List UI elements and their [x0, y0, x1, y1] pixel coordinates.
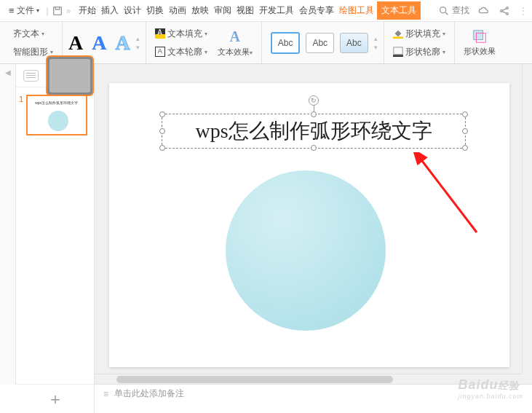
- shape-style-2[interactable]: Abc: [306, 33, 334, 53]
- tab-start[interactable]: 开始: [76, 1, 98, 20]
- tab-review[interactable]: 审阅: [212, 1, 234, 20]
- svg-line-10: [420, 158, 477, 232]
- file-menu[interactable]: ≡ 文件 ▾: [4, 3, 44, 18]
- shape-gallery-up-icon[interactable]: ▴: [374, 35, 378, 42]
- slide-thumbnail-1[interactable]: wps怎么制作弧形环绕文字: [26, 95, 87, 135]
- wordart-gallery-down-icon[interactable]: ▾: [136, 44, 140, 51]
- svg-rect-8: [474, 31, 483, 40]
- vertical-scrollbar[interactable]: [522, 64, 532, 374]
- shape-effects-icon: [472, 28, 488, 44]
- shape-fill-button[interactable]: 形状填充▾: [390, 26, 448, 42]
- resize-handle-se[interactable]: [462, 145, 468, 151]
- shape-style-3[interactable]: Abc: [340, 33, 368, 53]
- rotate-handle[interactable]: ↻: [309, 95, 319, 106]
- shape-fill-icon: [393, 28, 403, 39]
- resize-handle-s[interactable]: [311, 145, 317, 151]
- tab-insert[interactable]: 插入: [99, 1, 121, 20]
- add-slide-button[interactable]: ＋: [16, 384, 95, 413]
- shape-outline-icon: [393, 47, 403, 57]
- tab-animation[interactable]: 动画: [167, 1, 188, 20]
- tab-slideshow[interactable]: 放映: [189, 1, 211, 20]
- svg-point-2: [501, 9, 503, 12]
- svg-rect-0: [53, 7, 61, 15]
- ribbon-group-text-style: A 文本填充▾ A 文本轮廓▾ A 文本效果▾: [146, 22, 262, 63]
- text-effects-button[interactable]: A 文本效果▾: [215, 28, 255, 58]
- menubar: ≡ 文件 ▾ | » 开始 插入 设计 切换 动画 放映 审阅 视图 开发工具 …: [0, 0, 532, 22]
- svg-rect-5: [393, 36, 403, 39]
- tab-transition[interactable]: 切换: [144, 1, 166, 20]
- textbox-content: wps怎么制作弧形环绕文字: [195, 117, 432, 145]
- ribbon-group-shape-styles: Abc Abc Abc ▴ ▾: [262, 22, 384, 63]
- tab-member[interactable]: 会员专享: [297, 1, 336, 20]
- resize-handle-n[interactable]: [311, 111, 317, 117]
- text-box-selected[interactable]: ↻ wps怎么制作弧形环绕文字: [162, 114, 466, 149]
- horizontal-scrollbar-thumb[interactable]: [116, 376, 393, 383]
- search-box[interactable]: 查找: [438, 4, 469, 17]
- resize-handle-nw[interactable]: [159, 111, 165, 117]
- resize-handle-sw[interactable]: [159, 145, 165, 151]
- share-icon[interactable]: [499, 5, 510, 17]
- slides-panel: 1 wps怎么制作弧形环绕文字: [16, 64, 95, 385]
- resize-handle-w[interactable]: [159, 128, 165, 134]
- search-icon: [438, 5, 450, 17]
- tab-text-tools[interactable]: 文本工具: [377, 1, 421, 20]
- thumbnail-view-button[interactable]: [46, 55, 95, 96]
- file-menu-label: 文件: [17, 4, 34, 17]
- left-arrow-icon[interactable]: ◀: [5, 68, 11, 76]
- svg-rect-6: [394, 47, 402, 55]
- align-text-button[interactable]: 齐文本▾: [10, 26, 56, 42]
- outline-view-button[interactable]: [23, 70, 39, 82]
- horizontal-scrollbar[interactable]: [95, 374, 522, 384]
- shape-style-1[interactable]: Abc: [271, 32, 301, 54]
- search-label: 查找: [452, 4, 469, 17]
- slide-canvas[interactable]: ↻ wps怎么制作弧形环绕文字: [109, 83, 509, 367]
- resize-handle-e[interactable]: [462, 128, 468, 134]
- wordart-preset-2[interactable]: A: [92, 31, 106, 55]
- slide-number: 1: [19, 95, 23, 135]
- notes-placeholder: 单击此处添加备注: [114, 388, 184, 400]
- text-outline-icon: A: [155, 47, 165, 57]
- cloud-icon[interactable]: [478, 5, 490, 17]
- text-effects-icon: A: [229, 28, 239, 45]
- tab-drawing-tools[interactable]: 绘图工具: [337, 1, 376, 20]
- wordart-gallery-up-icon[interactable]: ▴: [136, 35, 140, 42]
- svg-point-1: [440, 7, 446, 12]
- annotation-arrow: [411, 152, 484, 240]
- wordart-preset-3[interactable]: A: [115, 31, 130, 55]
- text-outline-button[interactable]: A 文本轮廓▾: [152, 44, 210, 60]
- resize-handle-ne[interactable]: [462, 111, 468, 117]
- ribbon-tabs: 开始 插入 设计 切换 动画 放映 审阅 视图 开发工具 会员专享 绘图工具 文…: [76, 1, 421, 20]
- thumbnail-text: wps怎么制作弧形环绕文字: [35, 101, 79, 106]
- shape-outline-button[interactable]: 形状轮廓▾: [390, 44, 448, 60]
- notes-bar[interactable]: ≡ 单击此处添加备注: [95, 384, 532, 403]
- circle-shape[interactable]: [226, 170, 386, 331]
- tab-view[interactable]: 视图: [234, 1, 256, 20]
- text-fill-button[interactable]: A 文本填充▾: [152, 26, 210, 42]
- svg-point-3: [507, 7, 509, 9]
- tab-devtools[interactable]: 开发工具: [257, 1, 296, 20]
- wordart-preset-1[interactable]: A: [68, 31, 83, 55]
- shape-effects-button[interactable]: 形状效果: [461, 28, 499, 57]
- canvas-area: ↻ wps怎么制作弧形环绕文字: [95, 64, 532, 384]
- ribbon-group-shape-effects: 形状效果: [455, 22, 504, 63]
- notes-icon: ≡: [103, 389, 108, 399]
- shape-gallery-down-icon[interactable]: ▾: [374, 44, 378, 51]
- svg-point-4: [507, 12, 509, 15]
- text-fill-icon: A: [155, 28, 165, 39]
- left-toolbar: ◀: [0, 64, 16, 385]
- tab-design[interactable]: 设计: [122, 1, 143, 20]
- thumbnail-circle: [48, 111, 68, 131]
- svg-rect-7: [393, 55, 403, 57]
- ribbon-group-shape-format: 形状填充▾ 形状轮廓▾: [384, 22, 455, 63]
- save-icon[interactable]: [52, 5, 63, 17]
